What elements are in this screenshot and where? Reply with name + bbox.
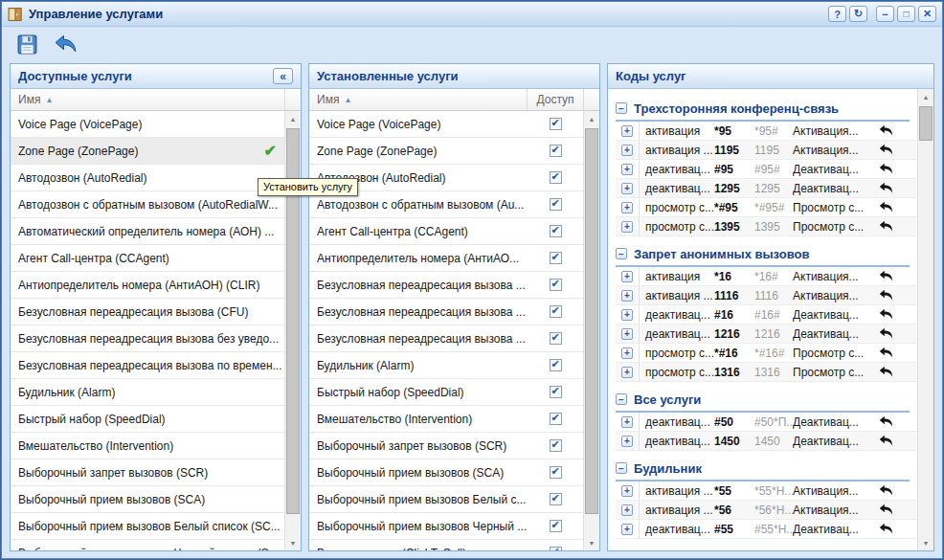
undo-code-button[interactable]: [875, 308, 898, 321]
expand-row-icon[interactable]: +: [621, 416, 633, 428]
access-checkbox[interactable]: ✔: [550, 439, 562, 452]
collapse-group-icon[interactable]: −: [616, 248, 627, 259]
service-code-row[interactable]: +просмотр с...13951395Просмотр с...: [616, 217, 917, 236]
available-service-row[interactable]: Выборочный прием вызовов (SCA): [11, 486, 284, 513]
undo-code-button[interactable]: [875, 415, 898, 428]
name-column-header[interactable]: Имя ▲: [11, 89, 284, 110]
service-code-row[interactable]: +просмотр с...*#16*#16#Просмотр с...: [616, 344, 917, 363]
installed-service-row[interactable]: Выборочный запрет вызовов (SCR)✔: [309, 433, 583, 459]
undo-code-button[interactable]: [875, 366, 898, 378]
undo-code-button[interactable]: [875, 523, 898, 535]
expand-row-icon[interactable]: +: [621, 485, 633, 497]
access-checkbox[interactable]: ✔: [550, 145, 562, 157]
installed-service-row[interactable]: Zone Page (ZonePage)✔: [309, 138, 583, 165]
installed-service-row[interactable]: Безусловная переадресация вызова ...✔: [309, 299, 583, 325]
codes-vertical-scrollbar[interactable]: ▲ ▼: [917, 89, 933, 550]
service-code-row[interactable]: +деактивац...14501450Деактивац...: [616, 432, 917, 451]
undo-code-button[interactable]: [875, 435, 898, 447]
access-checkbox[interactable]: ✔: [550, 547, 562, 550]
service-code-row[interactable]: +активация ...11951195Активация...: [616, 141, 917, 160]
service-code-row[interactable]: +деактивац...#50#50*П...Деактивац...: [616, 413, 917, 432]
access-checkbox[interactable]: ✔: [550, 279, 562, 291]
available-service-row[interactable]: Zone Page (ZonePage)✔: [11, 138, 284, 165]
expand-row-icon[interactable]: +: [621, 202, 633, 213]
service-code-row[interactable]: +деактивац...#95#95#Деактивац...: [616, 160, 917, 179]
installed-service-row[interactable]: Voice Page (VoicePage)✔: [309, 111, 583, 138]
expand-row-icon[interactable]: +: [621, 145, 633, 156]
access-checkbox[interactable]: ✔: [550, 332, 562, 345]
expand-row-icon[interactable]: +: [621, 221, 633, 233]
installed-service-row[interactable]: Быстрый набор (SpeedDial)✔: [309, 379, 583, 406]
service-code-row[interactable]: +активация ...*56*56*Н...Активация...: [616, 501, 917, 520]
access-checkbox[interactable]: ✔: [550, 466, 562, 479]
available-service-row[interactable]: Безусловная переадресация вызова по врем…: [11, 352, 284, 379]
available-service-row[interactable]: Безусловная переадресация вызова без уве…: [11, 325, 284, 352]
expand-row-icon[interactable]: +: [621, 524, 633, 535]
undo-code-button[interactable]: [875, 144, 898, 156]
installed-service-row[interactable]: Будильник (Alarm)✔: [309, 352, 583, 379]
installed-service-row[interactable]: Выборочный прием вызовов (SCA)✔: [309, 459, 583, 486]
service-group-header[interactable]: −Будильник: [616, 457, 910, 482]
available-service-row[interactable]: Выборочный запрет вызовов (SCR): [11, 459, 284, 486]
expand-row-icon[interactable]: +: [621, 347, 633, 359]
save-button[interactable]: [13, 33, 40, 57]
collapse-panel-button[interactable]: «: [273, 68, 293, 84]
installed-service-row[interactable]: Вмешательство (Intervention)✔: [309, 406, 583, 433]
service-code-row[interactable]: +деактивац...12951295Деактивац...: [616, 179, 917, 198]
service-code-row[interactable]: +просмотр с...13161316Просмотр с...: [616, 363, 917, 382]
expand-row-icon[interactable]: +: [621, 183, 633, 194]
collapse-group-icon[interactable]: −: [616, 102, 627, 114]
maximize-button[interactable]: □: [897, 6, 915, 22]
installed-vertical-scrollbar[interactable]: ▲ ▼: [583, 111, 599, 550]
service-code-row[interactable]: +деактивац...#55#55*Н...Деактивац...: [616, 520, 917, 539]
undo-code-button[interactable]: [875, 289, 898, 302]
undo-code-button[interactable]: [875, 163, 898, 175]
installed-service-row[interactable]: Вызов по клику (ClickToCall)✔: [309, 540, 583, 550]
scroll-down-button[interactable]: ▼: [285, 535, 301, 550]
available-service-row[interactable]: Выборочный прием вызовов Черный список (…: [11, 540, 284, 550]
scroll-up-button[interactable]: ▲: [285, 111, 301, 126]
undo-code-button[interactable]: [875, 124, 898, 137]
undo-code-button[interactable]: [875, 504, 898, 516]
access-checkbox[interactable]: ✔: [550, 171, 562, 184]
scroll-down-button[interactable]: ▼: [918, 535, 933, 550]
available-service-row[interactable]: Автодозвон (AutoRedial): [11, 165, 284, 191]
available-vertical-scrollbar[interactable]: ▲ ▼: [284, 111, 301, 550]
installed-service-row[interactable]: Выборочный прием вызовов Черный ...✔: [309, 513, 583, 540]
service-code-row[interactable]: +деактивац...12161216Деактивац...: [616, 325, 917, 344]
available-service-row[interactable]: Автодозвон с обратным вызовом (AutoRedia…: [11, 191, 284, 218]
name-column-header[interactable]: Имя ▲: [309, 89, 527, 110]
installed-service-row[interactable]: Антиопределитель номера (АнтиАО...✔: [309, 245, 583, 272]
service-code-row[interactable]: +активация*16*16#Активация...: [616, 267, 917, 286]
expand-row-icon[interactable]: +: [621, 125, 633, 137]
available-service-row[interactable]: Безусловная переадресация вызова (CFU): [11, 299, 284, 325]
expand-row-icon[interactable]: +: [621, 309, 633, 321]
expand-row-icon[interactable]: +: [621, 328, 633, 340]
access-checkbox[interactable]: ✔: [550, 359, 562, 371]
access-checkbox[interactable]: ✔: [550, 118, 562, 130]
access-column-header[interactable]: Доступ: [527, 89, 583, 110]
available-service-row[interactable]: Быстрый набор (SpeedDial): [11, 406, 284, 433]
expand-row-icon[interactable]: +: [621, 367, 633, 378]
access-checkbox[interactable]: ✔: [550, 413, 562, 425]
available-service-row[interactable]: Агент Call-центра (CCAgent): [11, 245, 284, 272]
access-checkbox[interactable]: ✔: [550, 386, 562, 398]
undo-code-button[interactable]: [875, 327, 898, 340]
installed-service-row[interactable]: Агент Call-центра (CCAgent)✔: [309, 218, 583, 245]
expand-row-icon[interactable]: +: [621, 436, 633, 447]
service-code-row[interactable]: +просмотр с...*#95*#95#Просмотр с...: [616, 198, 917, 217]
scroll-thumb[interactable]: [919, 106, 933, 141]
available-service-row[interactable]: Вмешательство (Intervention): [11, 433, 284, 459]
close-button[interactable]: ✕: [918, 6, 936, 22]
expand-row-icon[interactable]: +: [621, 164, 633, 175]
available-service-row[interactable]: Voice Page (VoicePage): [11, 111, 284, 138]
access-checkbox[interactable]: ✔: [550, 305, 562, 318]
service-code-row[interactable]: +активация ...11161116Активация...: [616, 286, 917, 305]
service-code-row[interactable]: +активация ...*55*55*Н...Активация...: [616, 482, 917, 501]
access-checkbox[interactable]: ✔: [550, 493, 562, 505]
scroll-down-button[interactable]: ▼: [584, 535, 599, 550]
access-checkbox[interactable]: ✔: [550, 198, 562, 211]
undo-code-button[interactable]: [875, 182, 898, 194]
scroll-up-button[interactable]: ▲: [584, 111, 599, 126]
access-checkbox[interactable]: ✔: [550, 252, 562, 264]
